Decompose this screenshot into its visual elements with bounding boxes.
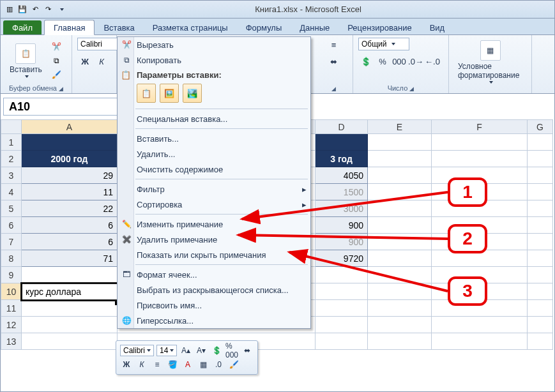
paste-option-1[interactable]: 📋 xyxy=(137,84,156,103)
cell[interactable]: 900 xyxy=(316,217,368,234)
menu-cut[interactable]: ✂️Вырезать xyxy=(118,37,310,52)
column-header-e[interactable]: E xyxy=(368,120,432,134)
row-header[interactable]: 4 xyxy=(1,184,22,200)
menu-sort[interactable]: Сортировка▸ xyxy=(118,197,310,212)
row-header[interactable]: 2 xyxy=(1,151,22,167)
menu-edit-comment[interactable]: ✏️Изменить примечание xyxy=(118,216,310,232)
title-bar: ▥ 💾 ↶ ↷ Книга1.xlsx - Microsoft Excel xyxy=(1,1,554,19)
cell[interactable]: 900 xyxy=(316,234,368,250)
menu-paste-special[interactable]: Специальная вставка... xyxy=(118,111,310,126)
tab-view[interactable]: Вид xyxy=(421,20,454,34)
mini-borders-button[interactable]: ▦ xyxy=(197,359,209,370)
percent-button[interactable]: % xyxy=(375,54,390,68)
context-menu: ✂️Вырезать ⧉Копировать 📋Параметры вставк… xyxy=(117,36,311,329)
table-header-cell[interactable]: 2000 год xyxy=(22,151,118,167)
mini-decimal-button[interactable]: .0 xyxy=(212,359,225,370)
active-cell[interactable]: курс доллара xyxy=(22,283,118,300)
cell[interactable]: 1500 xyxy=(316,184,368,200)
paste-button[interactable]: 📋 Вставить xyxy=(6,41,46,80)
cell[interactable]: 9720 xyxy=(316,250,368,267)
row-header[interactable]: 6 xyxy=(1,217,22,234)
tab-review[interactable]: Рецензирование xyxy=(338,20,420,34)
menu-format-cells[interactable]: 🗔Формат ячеек... xyxy=(118,267,310,282)
shrink-font-button[interactable]: A▾ xyxy=(195,345,208,356)
menu-delete[interactable]: Удалить... xyxy=(118,146,310,162)
increase-decimal-button[interactable]: .0→ xyxy=(408,54,423,68)
menu-pick-from-list[interactable]: Выбрать из раскрывающегося списка... xyxy=(118,282,310,298)
menu-hyperlink[interactable]: 🌐Гиперссылка... xyxy=(118,313,310,328)
tab-insert[interactable]: Вставка xyxy=(95,20,143,34)
format-painter-button[interactable]: 🖌️ xyxy=(50,69,64,80)
mini-percent-button[interactable]: % 000 xyxy=(225,345,238,356)
cell[interactable]: 29 xyxy=(22,167,118,184)
tab-file[interactable]: Файл xyxy=(3,20,42,34)
cell[interactable]: 3000 xyxy=(316,200,368,217)
cell[interactable]: 22 xyxy=(22,200,118,217)
mini-font-color-button[interactable]: A xyxy=(181,359,194,370)
menu-filter[interactable]: Фильтр▸ xyxy=(118,181,310,197)
italic-button[interactable]: К xyxy=(94,54,109,68)
qat-dropdown-icon[interactable] xyxy=(56,4,66,15)
undo-icon[interactable]: ↶ xyxy=(30,4,40,15)
group-clipboard: 📋 Вставить ✂️ ⧉ 🖌️ Буфер обмена ◢ xyxy=(1,35,72,93)
tab-data[interactable]: Данные xyxy=(291,20,338,34)
tab-home[interactable]: Главная xyxy=(44,20,95,35)
row-header[interactable]: 8 xyxy=(1,250,22,267)
row-header[interactable]: 12 xyxy=(1,317,22,333)
row-header[interactable]: 9 xyxy=(1,267,22,283)
grow-font-button[interactable]: A▴ xyxy=(179,345,192,356)
paste-option-2[interactable]: 🖼️ xyxy=(160,84,179,103)
decrease-decimal-button[interactable]: ←.0 xyxy=(425,54,440,68)
column-header-f[interactable]: F xyxy=(432,120,528,134)
mini-font-combo[interactable]: Calibri xyxy=(120,345,154,356)
comma-button[interactable]: 000 xyxy=(392,54,407,68)
copy-button[interactable]: ⧉ xyxy=(50,55,64,66)
cell[interactable]: 6 xyxy=(22,234,118,250)
conditional-formatting-button[interactable]: ▦ Условное форматирование xyxy=(454,38,526,86)
column-header-d[interactable]: D xyxy=(316,120,368,134)
mini-merge-button[interactable]: ⬌ xyxy=(241,345,254,356)
menu-clear-contents[interactable]: Очистить содержимое xyxy=(118,162,310,177)
number-format-combo[interactable]: Общий xyxy=(358,38,409,50)
tab-page-layout[interactable]: Разметка страницы xyxy=(144,20,237,34)
cell[interactable]: 6 xyxy=(22,217,118,234)
redo-icon[interactable]: ↷ xyxy=(43,4,53,15)
column-header-a[interactable]: A xyxy=(22,120,118,134)
tab-formulas[interactable]: Формулы xyxy=(237,20,291,34)
cell[interactable]: 71 xyxy=(22,250,118,267)
menu-insert[interactable]: Вставить... xyxy=(118,131,310,146)
select-all-corner[interactable] xyxy=(1,120,22,134)
cut-button[interactable]: ✂️ xyxy=(50,41,64,52)
mini-currency-button[interactable]: 💲 xyxy=(210,345,223,356)
wrap-text-button[interactable]: ≡ xyxy=(326,38,342,52)
cell[interactable]: 11 xyxy=(22,184,118,200)
group-styles: ▦ Условное форматирование xyxy=(449,35,532,93)
mini-format-painter-button[interactable]: 🖌️ xyxy=(227,359,240,370)
cell[interactable]: 4050 xyxy=(316,167,368,184)
row-header[interactable]: 7 xyxy=(1,234,22,250)
menu-delete-comment[interactable]: ✖️Удалить примечание xyxy=(118,232,310,247)
mini-fill-color-button[interactable]: 🪣 xyxy=(166,359,179,370)
row-header[interactable]: 11 xyxy=(1,300,22,317)
menu-define-name[interactable]: Присвоить имя... xyxy=(118,298,310,313)
paste-option-3[interactable]: 🏞️ xyxy=(183,84,202,103)
name-box[interactable]: A10 xyxy=(3,98,118,116)
mini-italic-button[interactable]: К xyxy=(135,359,148,370)
row-header[interactable]: 3 xyxy=(1,167,22,184)
merge-button[interactable]: ⬌ xyxy=(326,54,342,68)
row-header[interactable]: 10 xyxy=(1,283,22,300)
column-header-g[interactable]: G xyxy=(528,120,553,134)
currency-button[interactable]: 💲 xyxy=(358,54,374,68)
mini-bold-button[interactable]: Ж xyxy=(120,359,133,370)
menu-copy[interactable]: ⧉Копировать xyxy=(118,52,310,68)
mini-size-combo[interactable]: 14 xyxy=(156,345,177,356)
row-header[interactable]: 5 xyxy=(1,200,22,217)
bold-button[interactable]: Ж xyxy=(77,54,93,68)
save-icon[interactable]: 💾 xyxy=(17,4,27,15)
table-header-cell[interactable]: 3 год xyxy=(316,151,368,167)
row-header[interactable]: 1 xyxy=(1,134,22,151)
row-header[interactable]: 13 xyxy=(1,333,22,350)
delete-comment-icon: ✖️ xyxy=(121,234,132,245)
menu-show-hide-comments[interactable]: Показать или скрыть примечания xyxy=(118,247,310,262)
mini-align-button[interactable]: ≡ xyxy=(151,359,163,370)
